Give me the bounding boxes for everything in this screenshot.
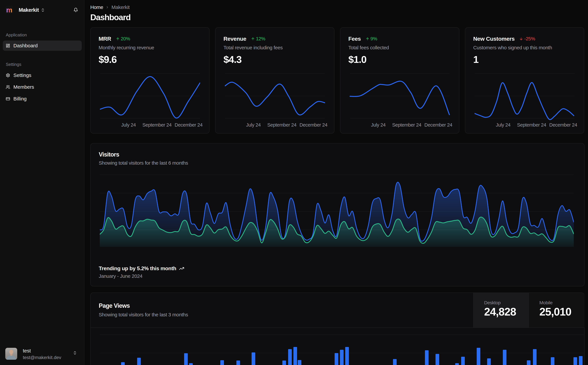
svg-text:m: m: [6, 6, 12, 14]
